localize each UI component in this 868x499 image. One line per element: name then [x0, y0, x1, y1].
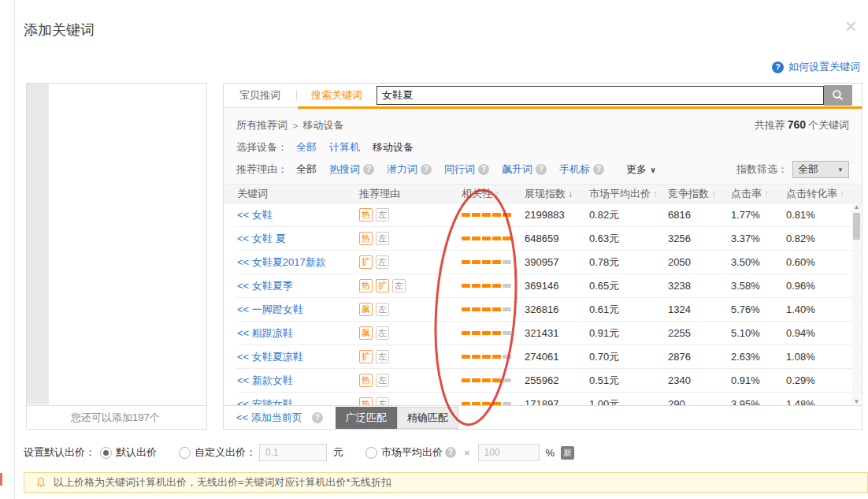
relevance-segment: [462, 307, 470, 311]
cell-competition: 6816: [668, 209, 731, 221]
reason-badge-左: 左: [376, 255, 389, 269]
relevance-segment: [492, 213, 501, 217]
add-keywords-dialog: 添加关键词 × ? 如何设置关键词 您还可以添加197个 宝贝推词 搜索关键词 …: [0, 0, 868, 499]
device-filter-option[interactable]: 移动设备: [373, 140, 414, 155]
table-row[interactable]: << 粗跟凉鞋飙左3214310.91元22555.10%0.94%: [237, 322, 862, 345]
tab-search-keyword[interactable]: 搜索关键词: [297, 88, 377, 102]
help-question-icon[interactable]: ?: [593, 164, 604, 175]
sort-up-icon[interactable]: ↑: [653, 188, 658, 199]
sort-up-icon[interactable]: ↑: [711, 188, 716, 199]
table-row[interactable]: << 女鞋 夏热左6486590.63元32563.37%0.82%: [237, 227, 862, 251]
relevance-segment: [492, 260, 501, 264]
scroll-up-icon[interactable]: ▲: [852, 203, 861, 211]
market-percent-input[interactable]: [478, 444, 540, 461]
custom-bid-radio[interactable]: [179, 447, 191, 459]
sort-up-icon[interactable]: ↑: [840, 188, 844, 199]
more-filters-button[interactable]: 更多 ∨: [626, 162, 656, 177]
reason-filter-option[interactable]: 飙升词?: [502, 162, 547, 177]
relevance-segment: [462, 355, 470, 359]
device-filter-option[interactable]: 全部: [296, 140, 317, 155]
search-button[interactable]: [824, 85, 852, 106]
reason-filter-option[interactable]: 热搜词?: [329, 162, 374, 177]
index-filter-dropdown[interactable]: 全部 ▼: [792, 161, 849, 178]
cell-cvr: 0.94%: [786, 327, 862, 339]
market-bid-radio[interactable]: [365, 447, 377, 459]
table-row[interactable]: << 安踏女鞋热左1718971.00元2903.95%1.48%: [237, 393, 862, 406]
relevance-segment: [503, 260, 511, 264]
table-row[interactable]: << 女鞋夏凉鞋扩左2740610.70元28762.63%1.08%: [237, 345, 862, 369]
default-bid-radio[interactable]: [100, 447, 112, 459]
relevance-segment: [492, 236, 501, 240]
keyword-link[interactable]: << 新款女鞋: [237, 374, 359, 388]
custom-bid-input[interactable]: [259, 444, 327, 461]
col-header-相关性[interactable]: 相关性↑: [462, 187, 525, 201]
reason-filter-row: 推荐理由： 全部热搜词?潜力词?同行词?飙升词?手机标? 更多 ∨ 指数筛选： …: [236, 158, 849, 181]
keyword-link[interactable]: << 女鞋夏季: [237, 279, 359, 293]
reason-badges: 飙左: [359, 303, 462, 316]
relevance-segment: [482, 331, 491, 335]
breadcrumb-root[interactable]: 所有推荐词: [236, 118, 287, 132]
table-row[interactable]: << 女鞋夏季热扩左3691460.65元32383.58%0.96%: [237, 274, 862, 298]
help-question-icon[interactable]: ?: [536, 164, 547, 175]
table-row[interactable]: << 女鞋热左21998830.82元68161.77%0.81%: [237, 203, 862, 227]
help-link[interactable]: ? 如何设置关键词: [772, 60, 860, 74]
relevance-segment: [492, 355, 501, 359]
cell-impression: 321431: [525, 327, 589, 339]
cell-avg_price: 0.91元: [589, 326, 668, 341]
sort-down-icon[interactable]: ↓: [568, 188, 573, 199]
notice-bar: 以上价格为关键词计算机出价，无线出价=关键词对应计算机出价*无线折扣: [24, 472, 868, 493]
cell-competition: 3238: [668, 280, 731, 292]
reason-filter-option[interactable]: 手机标?: [559, 162, 604, 177]
relevance-segment: [482, 284, 491, 288]
table-row[interactable]: << 一脚蹬女鞋飙左3268160.61元13245.76%1.40%: [237, 298, 862, 322]
keyword-link[interactable]: << 女鞋夏2017新款: [237, 255, 359, 270]
help-question-icon[interactable]: ?: [363, 164, 374, 175]
table-row[interactable]: << 女鞋夏2017新款扩左3909570.78元20503.50%0.60%: [237, 251, 862, 274]
col-header-市场平均出价[interactable]: 市场平均出价↑: [589, 187, 668, 201]
broad-match-button[interactable]: 广泛匹配: [336, 407, 397, 429]
close-icon[interactable]: ×: [845, 16, 857, 36]
cell-cvr: 1.08%: [786, 351, 862, 363]
table-row[interactable]: << 新款女鞋热左2559620.51元23400.91%0.29%: [237, 369, 862, 393]
col-header-点击转化率[interactable]: 点击转化率↑: [786, 187, 862, 201]
col-header-label: 相关性: [462, 187, 492, 201]
help-question-icon[interactable]: ?: [478, 164, 489, 175]
keyword-link[interactable]: << 一脚蹬女鞋: [237, 303, 359, 317]
col-header-竞争指数[interactable]: 竞争指数↑: [668, 187, 731, 201]
col-header-label: 推荐理由: [359, 187, 400, 201]
search-input[interactable]: [377, 86, 824, 105]
keyword-link[interactable]: << 女鞋 夏: [237, 232, 359, 246]
col-header-点击率[interactable]: 点击率↑: [731, 187, 786, 201]
keyword-link[interactable]: << 女鞋: [237, 208, 359, 222]
relevance-segment: [472, 236, 480, 240]
tab-item-recommend[interactable]: 宝贝推词: [224, 88, 296, 102]
add-page-help-icon[interactable]: ?: [312, 412, 323, 423]
keyword-link[interactable]: << 女鞋夏凉鞋: [237, 350, 359, 364]
help-question-icon[interactable]: ?: [421, 164, 432, 175]
scrollbar-thumb[interactable]: [853, 213, 860, 240]
col-header-推荐理由[interactable]: 推荐理由: [359, 187, 462, 201]
keyword-link[interactable]: << 粗跟凉鞋: [237, 326, 359, 341]
exact-match-button[interactable]: 精确匹配: [397, 407, 458, 429]
reason-filter-option[interactable]: 同行词?: [444, 162, 489, 177]
col-header-关键词[interactable]: 关键词: [237, 187, 359, 201]
table-header-row: 关键词推荐理由相关性↑展现指数↓市场平均出价↑竞争指数↑点击率↑点击转化率↑: [224, 184, 862, 203]
device-filter-row: 选择设备： 全部计算机移动设备: [236, 136, 849, 158]
reason-badge-扩: 扩: [359, 255, 373, 269]
sort-up-icon[interactable]: ↑: [495, 188, 499, 199]
col-header-展现指数[interactable]: 展现指数↓: [525, 187, 589, 201]
relevance-segment: [503, 307, 511, 311]
cell-cvr: 0.29%: [786, 374, 862, 386]
dropdown-arrow-icon: ▼: [837, 166, 844, 173]
relevance-segment: [462, 260, 470, 264]
reason-filter-option[interactable]: 全部: [296, 162, 317, 177]
add-current-page-link[interactable]: << 添加当前页: [236, 411, 302, 425]
reason-badge-热: 热: [359, 374, 373, 387]
reason-filter-option[interactable]: 潜力词?: [387, 162, 432, 177]
sort-up-icon[interactable]: ↑: [764, 188, 769, 199]
relevance-segment: [482, 378, 491, 382]
chevron-down-icon: ∨: [650, 166, 656, 174]
market-bid-help-icon[interactable]: ?: [445, 447, 456, 458]
device-filter-option[interactable]: 计算机: [329, 140, 360, 155]
scrollbar[interactable]: ▲ ▼: [852, 203, 861, 406]
